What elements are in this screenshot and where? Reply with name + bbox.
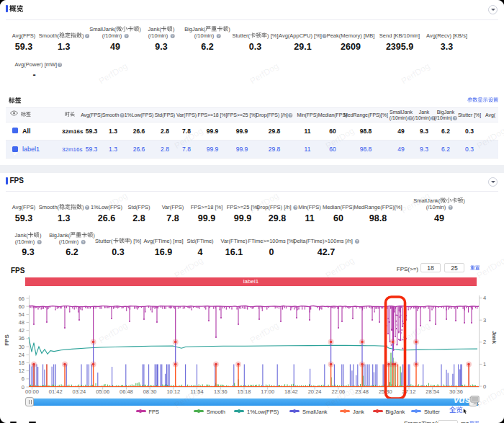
svg-text:13:36: 13:36 xyxy=(214,388,228,395)
svg-text:24: 24 xyxy=(19,352,24,358)
svg-text:0: 0 xyxy=(22,384,24,391)
svg-text:05:06: 05:06 xyxy=(96,388,109,395)
svg-text:08:30: 08:30 xyxy=(143,388,157,395)
svg-text:06:48: 06:48 xyxy=(120,388,133,395)
svg-text:20:24: 20:24 xyxy=(308,388,322,395)
svg-text:Jank: Jank xyxy=(491,331,498,344)
svg-text:60: 60 xyxy=(19,303,24,310)
svg-text:03:24: 03:24 xyxy=(73,388,86,395)
svg-text:12: 12 xyxy=(19,368,24,374)
svg-text:2: 2 xyxy=(483,339,486,345)
svg-text:15:18: 15:18 xyxy=(238,388,251,395)
svg-text:6: 6 xyxy=(22,375,24,382)
svg-text:48: 48 xyxy=(19,319,24,326)
svg-text:1: 1 xyxy=(483,361,486,368)
svg-text:FPS: FPS xyxy=(4,334,10,346)
svg-text:00:00: 00:00 xyxy=(25,388,39,395)
svg-text:18: 18 xyxy=(19,360,24,366)
svg-text:18:42: 18:42 xyxy=(284,388,298,395)
svg-text:0: 0 xyxy=(483,383,486,390)
svg-text:66: 66 xyxy=(19,295,24,302)
svg-text:01:42: 01:42 xyxy=(49,388,63,395)
svg-text:30: 30 xyxy=(19,344,24,350)
svg-text:23:48: 23:48 xyxy=(355,388,369,395)
svg-text:4: 4 xyxy=(483,295,486,301)
svg-text:42: 42 xyxy=(19,327,24,334)
svg-text:3: 3 xyxy=(483,317,486,324)
svg-text:28:54: 28:54 xyxy=(426,388,439,395)
svg-text:10:12: 10:12 xyxy=(166,388,180,395)
svg-text:54: 54 xyxy=(19,311,24,318)
svg-text:36: 36 xyxy=(19,335,24,342)
svg-text:17:00: 17:00 xyxy=(261,388,274,395)
